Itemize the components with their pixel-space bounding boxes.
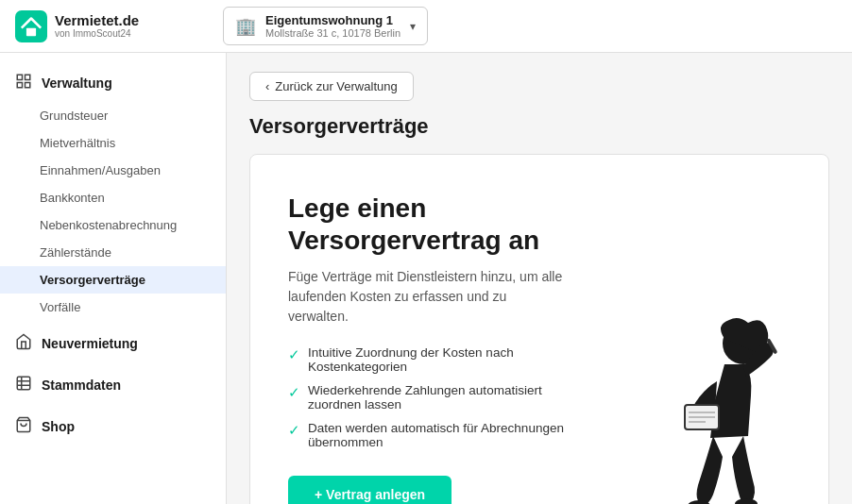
back-label: Zurück zur Verwaltung: [275, 79, 397, 93]
verwaltung-icon: [15, 73, 32, 93]
app-header: Vermietet.de von ImmoScout24 🏢 Eigentums…: [0, 0, 852, 53]
property-address: Mollstraße 31 c, 10178 Berlin: [265, 27, 400, 39]
sidebar-item-bankkonten[interactable]: Bankkonten: [0, 184, 226, 211]
sidebar-item-verwaltung[interactable]: Verwaltung: [0, 64, 226, 102]
sidebar-item-shop[interactable]: Shop: [0, 408, 226, 445]
stammdaten-icon: [15, 375, 32, 395]
feature-item-2: ✓ Wiederkehrende Zahlungen automatisiert…: [288, 383, 565, 412]
sidebar-item-neuvermietung[interactable]: Neuvermietung: [0, 325, 226, 362]
sidebar-neuvermietung-label: Neuvermietung: [42, 336, 138, 351]
main-layout: Verwaltung Grundsteuer Mietverhältnis Ei…: [0, 53, 852, 504]
sidebar-section-neuvermietung: Neuvermietung: [0, 325, 226, 362]
sidebar-item-nebenkostenabrechnung[interactable]: Nebenkostenabrechnung: [0, 211, 226, 239]
sidebar-item-grundsteuer[interactable]: Grundsteuer: [0, 102, 226, 129]
svg-rect-0: [15, 10, 47, 42]
main-content: ‹ Zurück zur Verwaltung Versorgerverträg…: [227, 53, 852, 504]
property-selector[interactable]: 🏢 Eigentumswohnung 1 Mollstraße 31 c, 10…: [223, 7, 428, 45]
illustration-svg: [611, 306, 800, 504]
neuvermietung-icon: [15, 333, 32, 354]
svg-rect-4: [26, 83, 30, 88]
feature-text-1: Intuitive Zuordnung der Kosten nach Kost…: [308, 345, 565, 374]
logo-subtitle: von ImmoScout24: [55, 28, 139, 39]
illustration: [611, 306, 800, 504]
feature-text-2: Wiederkehrende Zahlungen automatisiert z…: [308, 383, 565, 412]
sidebar-section-verwaltung: Verwaltung Grundsteuer Mietverhältnis Ei…: [0, 64, 226, 321]
sidebar-verwaltung-label: Verwaltung: [42, 76, 112, 91]
back-button[interactable]: ‹ Zurück zur Verwaltung: [249, 72, 414, 101]
sidebar-item-vorfaelle[interactable]: Vorfälle: [0, 294, 226, 321]
sidebar-item-mietverhaeltnis[interactable]: Mietverhältnis: [0, 129, 226, 157]
svg-rect-3: [26, 75, 30, 79]
logo: Vermietet.de von ImmoScout24: [15, 10, 204, 42]
svg-point-18: [735, 498, 758, 504]
feature-text-3: Daten werden automatisch für Abrechnunge…: [308, 421, 565, 449]
card-content: Lege einen Versorgervertrag an Füge Vert…: [288, 193, 565, 504]
card-heading: Lege einen Versorgervertrag an: [288, 193, 565, 256]
cta-label: + Vertrag anlegen: [315, 487, 425, 502]
feature-item-1: ✓ Intuitive Zuordnung der Kosten nach Ko…: [288, 345, 565, 374]
svg-rect-1: [26, 27, 36, 36]
svg-rect-6: [17, 377, 30, 390]
sidebar-stammdaten-label: Stammdaten: [42, 378, 121, 393]
logo-icon: [15, 10, 47, 42]
create-contract-button[interactable]: + Vertrag anlegen: [288, 476, 452, 504]
svg-rect-5: [17, 83, 22, 88]
feature-list: ✓ Intuitive Zuordnung der Kosten nach Ko…: [288, 345, 565, 449]
sidebar-item-einnahmen[interactable]: Einnahmen/Ausgaben: [0, 157, 226, 184]
property-icon: 🏢: [235, 16, 256, 37]
check-icon-1: ✓: [288, 346, 300, 363]
sidebar-item-zaehlertstaende[interactable]: Zählerstände: [0, 239, 226, 266]
empty-state-card: Lege einen Versorgervertrag an Füge Vert…: [249, 154, 829, 504]
back-chevron-icon: ‹: [265, 79, 269, 93]
sidebar-shop-label: Shop: [42, 419, 75, 434]
logo-name: Vermietet.de: [55, 13, 139, 29]
property-name: Eigentumswohnung 1: [265, 13, 400, 27]
chevron-down-icon: ▾: [410, 20, 416, 33]
sidebar-section-stammdaten: Stammdaten: [0, 366, 226, 404]
feature-item-3: ✓ Daten werden automatisch für Abrechnun…: [288, 421, 565, 449]
sidebar: Verwaltung Grundsteuer Mietverhältnis Ei…: [0, 53, 227, 504]
page-title: Versorgerverträge: [249, 114, 829, 139]
shop-icon: [15, 416, 32, 437]
check-icon-3: ✓: [288, 422, 300, 439]
sidebar-item-versorgervertraege[interactable]: Versorgerverträge: [0, 266, 226, 294]
sidebar-item-stammdaten[interactable]: Stammdaten: [0, 366, 226, 404]
sidebar-section-shop: Shop: [0, 408, 226, 445]
check-icon-2: ✓: [288, 384, 300, 401]
card-description: Füge Verträge mit Dienstleistern hinzu, …: [288, 267, 565, 327]
svg-rect-2: [17, 75, 22, 79]
